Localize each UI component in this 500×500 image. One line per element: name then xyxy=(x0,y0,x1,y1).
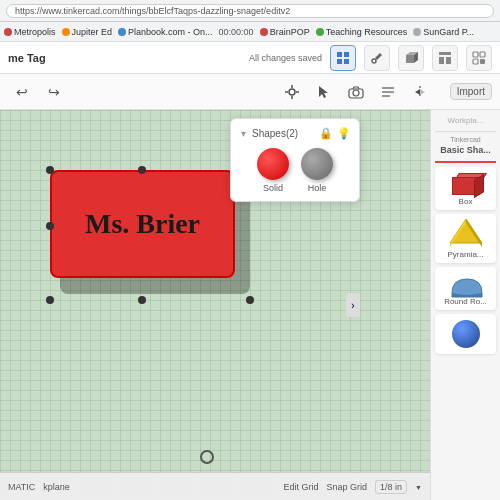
hole-shape-item[interactable]: Hole xyxy=(301,148,333,193)
cube-button[interactable] xyxy=(398,45,424,71)
svg-rect-11 xyxy=(473,59,478,64)
wrench-button[interactable] xyxy=(364,45,390,71)
panel-icons: 🔒 💡 xyxy=(319,127,351,140)
snap-grid-value[interactable]: 1/8 in xyxy=(375,480,407,494)
mirror-icon xyxy=(412,84,428,100)
layout-button[interactable] xyxy=(432,45,458,71)
basic-shapes-label: Basic Sha... xyxy=(435,143,496,157)
workplace-label: Workpla... xyxy=(435,114,496,127)
bookmark-dot xyxy=(260,28,268,36)
pyramid-label: Pyramia... xyxy=(439,250,492,259)
canvas-object[interactable]: Ms. Brier xyxy=(50,170,250,300)
camera-icon xyxy=(348,84,364,100)
svg-rect-10 xyxy=(480,52,485,57)
snap-grid-chevron[interactable] xyxy=(415,482,422,492)
canvas-area[interactable]: Ms. Brier ▾ Shapes(2) 🔒 💡 xyxy=(0,110,430,500)
svg-point-4 xyxy=(372,59,376,63)
app-title: me Tag xyxy=(8,52,46,64)
grid-background xyxy=(0,110,430,500)
sub-toolbar: ↩ ↪ xyxy=(0,74,500,110)
browser-bar: https://www.tinkercad.com/things/bbElcfT… xyxy=(0,0,500,22)
svg-rect-0 xyxy=(337,52,342,57)
align-icon xyxy=(380,84,396,100)
shapes-row: Solid Hole xyxy=(239,148,351,193)
svg-rect-6 xyxy=(439,52,451,55)
name-tag-text: Ms. Brier xyxy=(85,208,200,240)
handle-tc[interactable] xyxy=(138,166,146,174)
settings-button[interactable] xyxy=(466,45,492,71)
roundroof-shape-card[interactable]: Round Ro... xyxy=(435,267,496,310)
handle-bl[interactable] xyxy=(46,296,54,304)
handle-tl[interactable] xyxy=(46,166,54,174)
bookmark-teaching[interactable]: Teaching Resources xyxy=(316,27,408,37)
collapse-arrow[interactable]: ▾ xyxy=(239,128,248,139)
pyramid-shape-card[interactable]: Pyramia... xyxy=(435,214,496,263)
autosave-label: All changes saved xyxy=(249,53,322,63)
mirror-button[interactable] xyxy=(406,78,434,106)
tinkercad-brand-label: Tinkercad xyxy=(435,136,496,143)
svg-rect-3 xyxy=(344,59,349,64)
bookmarks-bar: Metropolis Jupiter Ed Planbook.com - On.… xyxy=(0,22,500,42)
solid-shape-item[interactable]: Solid xyxy=(257,148,289,193)
url-bar[interactable]: https://www.tinkercad.com/things/bbElcfT… xyxy=(6,4,494,18)
bookmark-planbook[interactable]: Planbook.com - On... xyxy=(118,27,213,37)
main-area: Ms. Brier ▾ Shapes(2) 🔒 💡 xyxy=(0,110,500,500)
shapes-panel: ▾ Shapes(2) 🔒 💡 Solid Hole xyxy=(230,118,360,202)
bookmark-jupiter[interactable]: Jupiter Ed xyxy=(62,27,113,37)
matic-label: MATIC xyxy=(8,482,35,492)
roundroof-shape-preview xyxy=(450,273,482,295)
handle-ml[interactable] xyxy=(46,222,54,230)
svg-rect-5 xyxy=(406,55,414,63)
sphere-shape-card[interactable] xyxy=(435,314,496,354)
handle-bc[interactable] xyxy=(138,296,146,304)
bookmark-brainpop[interactable]: BrainPOP xyxy=(260,27,310,37)
wrench-icon xyxy=(370,51,384,65)
select-icon xyxy=(316,84,332,100)
shapes-panel-header: ▾ Shapes(2) 🔒 💡 xyxy=(239,127,351,140)
svg-rect-9 xyxy=(473,52,478,57)
solid-label: Solid xyxy=(263,183,283,193)
undo-button[interactable]: ↩ xyxy=(8,78,36,106)
cursor-indicator xyxy=(200,450,214,464)
bookmark-metropolis[interactable]: Metropolis xyxy=(4,27,56,37)
handle-br[interactable] xyxy=(246,296,254,304)
edit-grid-label[interactable]: Edit Grid xyxy=(283,482,318,492)
align-button[interactable] xyxy=(374,78,402,106)
roundroof-label: Round Ro... xyxy=(439,297,492,306)
bookmark-dot xyxy=(62,28,70,36)
sphere-shape-preview xyxy=(452,320,480,348)
bookmark-dot xyxy=(413,28,421,36)
bookmark-dot xyxy=(316,28,324,36)
kplane-label: kplane xyxy=(43,482,70,492)
hole-label: Hole xyxy=(308,183,327,193)
lock-icon[interactable]: 🔒 xyxy=(319,127,333,140)
home-view-button[interactable] xyxy=(278,78,306,106)
bulb-icon[interactable]: 💡 xyxy=(337,127,351,140)
bookmark-dot xyxy=(4,28,12,36)
shapes-panel-title: Shapes(2) xyxy=(252,128,298,139)
cube-icon xyxy=(404,51,418,65)
svg-point-13 xyxy=(289,89,295,95)
panel-collapse-arrow[interactable]: › xyxy=(346,293,360,317)
redo-button[interactable]: ↪ xyxy=(40,78,68,106)
bookmark-timer[interactable]: 00:00:00 xyxy=(219,27,254,37)
select-button[interactable] xyxy=(310,78,338,106)
camera-button[interactable] xyxy=(342,78,370,106)
svg-rect-7 xyxy=(439,57,444,64)
bottom-bar: MATIC kplane Edit Grid Snap Grid 1/8 in xyxy=(0,472,430,500)
name-tag[interactable]: Ms. Brier xyxy=(50,170,235,278)
bookmark-sungard[interactable]: SunGard P... xyxy=(413,27,474,37)
app-toolbar: me Tag All changes saved xyxy=(0,42,500,74)
grid-view-button[interactable] xyxy=(330,45,356,71)
grid-icon xyxy=(336,51,350,65)
settings-icon xyxy=(472,51,486,65)
layout-icon xyxy=(438,51,452,65)
home-view-icon xyxy=(284,84,300,100)
import-button[interactable]: Import xyxy=(450,83,492,100)
bookmark-dot xyxy=(118,28,126,36)
hole-shape xyxy=(301,148,333,180)
svg-rect-2 xyxy=(337,59,342,64)
svg-rect-12 xyxy=(480,59,485,64)
box-shape-card[interactable]: Box xyxy=(435,167,496,210)
solid-shape xyxy=(257,148,289,180)
